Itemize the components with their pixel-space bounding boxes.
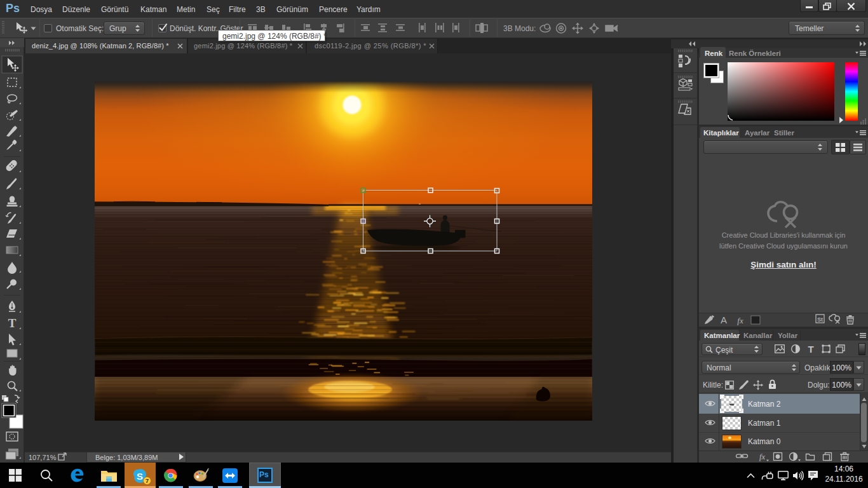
svg-text:7: 7 (146, 478, 149, 484)
svg-text:St: St (817, 316, 823, 323)
svg-text:fx: fx (737, 316, 743, 325)
svg-text:A: A (721, 315, 727, 325)
svg-text:S: S (137, 471, 143, 482)
svg-text:fx: fx (759, 452, 765, 461)
svg-text:T: T (8, 316, 17, 330)
svg-text:T: T (808, 344, 813, 353)
